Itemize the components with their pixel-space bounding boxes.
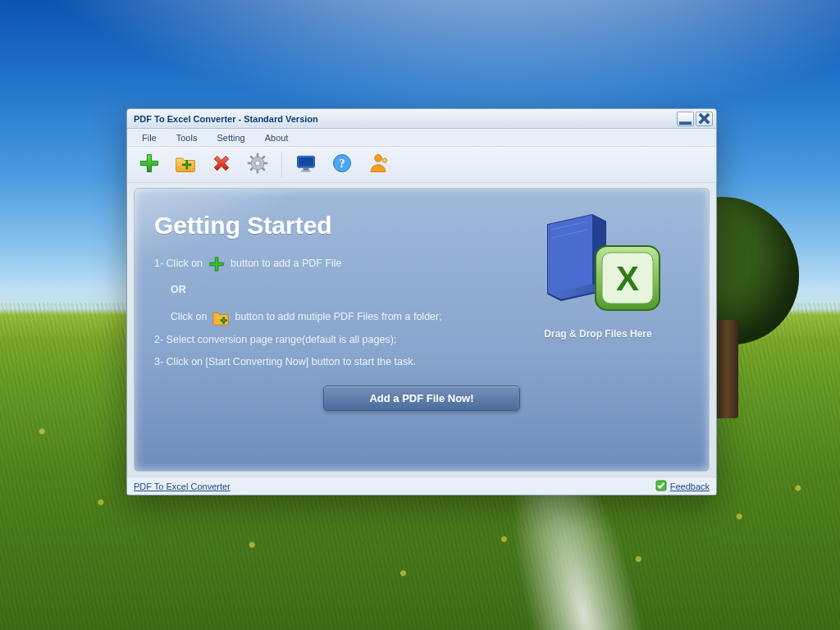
svg-line-10 [250, 167, 253, 170]
svg-rect-0 [679, 121, 692, 125]
x-red-icon [210, 152, 233, 178]
svg-point-2 [255, 160, 260, 165]
status-link-left[interactable]: PDF To Excel Converter [134, 482, 231, 491]
settings-button[interactable] [244, 151, 272, 179]
svg-text:?: ? [339, 157, 345, 170]
step-1-alt: Click on button to add mutiple PDF Files… [171, 306, 507, 329]
step1c-text-b: button to add mutiple PDF Files from a f… [235, 306, 441, 329]
toolbar-separator [281, 153, 282, 177]
svg-line-8 [262, 167, 265, 170]
toolbar: ? [127, 147, 716, 183]
svg-line-7 [250, 156, 253, 158]
or-label: OR [171, 279, 507, 302]
plus-icon [138, 152, 161, 178]
step1-text-a: 1- Click on [154, 253, 203, 276]
step-1: 1- Click on button to add a PDF File [154, 253, 507, 276]
window-title: PDF To Excel Converter - Standard Versio… [134, 114, 677, 124]
menubar: File Tools Setting About [127, 129, 716, 147]
remove-button[interactable] [208, 151, 235, 179]
menu-setting[interactable]: Setting [207, 130, 254, 145]
svg-point-18 [382, 158, 386, 162]
step-3: 3- Click on [Start Converting Now] butto… [154, 351, 507, 374]
close-button[interactable] [696, 112, 713, 126]
menu-about[interactable]: About [255, 130, 299, 145]
feedback-label: Feedback [670, 482, 710, 491]
svg-point-17 [375, 154, 382, 162]
gear-icon [246, 152, 269, 178]
folder-plus-inline-icon [212, 308, 230, 326]
add-folder-button[interactable] [171, 151, 199, 179]
svg-rect-14 [301, 170, 311, 171]
menu-file[interactable]: File [132, 130, 167, 145]
drop-illustration-icon: X [528, 305, 668, 319]
add-file-button[interactable] [135, 151, 163, 179]
svg-rect-12 [299, 158, 313, 167]
person-button[interactable] [364, 151, 392, 179]
monitor-icon [294, 152, 317, 178]
help-icon: ? [331, 152, 354, 178]
check-icon [655, 480, 667, 493]
drop-zone-label: Drag & Drop Files Here [512, 328, 684, 340]
step-2: 2- Select conversion page range(default … [154, 329, 507, 352]
step1-text-b: button to add a PDF File [231, 253, 342, 276]
add-pdf-cta-button[interactable]: Add a PDF File Now! [323, 386, 520, 411]
titlebar[interactable]: PDF To Excel Converter - Standard Versio… [127, 109, 716, 129]
statusbar: PDF To Excel Converter Feedback [127, 477, 716, 495]
svg-rect-13 [304, 168, 309, 171]
drop-zone[interactable]: X Drag & Drop Files Here [512, 210, 684, 340]
help-button[interactable]: ? [328, 151, 356, 179]
menu-tools[interactable]: Tools [167, 130, 208, 145]
svg-line-9 [262, 156, 265, 158]
display-button[interactable] [292, 151, 320, 179]
plus-inline-icon [208, 255, 226, 273]
feedback-link[interactable]: Feedback [655, 480, 710, 493]
app-window: PDF To Excel Converter - Standard Versio… [126, 108, 717, 495]
svg-text:X: X [616, 259, 639, 298]
person-icon [367, 152, 390, 178]
step1c-text-a: Click on [171, 306, 207, 329]
getting-started-steps: 1- Click on button to add a PDF File OR … [154, 253, 507, 374]
folder-plus-icon [174, 152, 197, 178]
welcome-panel: Getting Started 1- Click on button to ad… [134, 188, 710, 472]
minimize-button[interactable] [677, 112, 694, 126]
